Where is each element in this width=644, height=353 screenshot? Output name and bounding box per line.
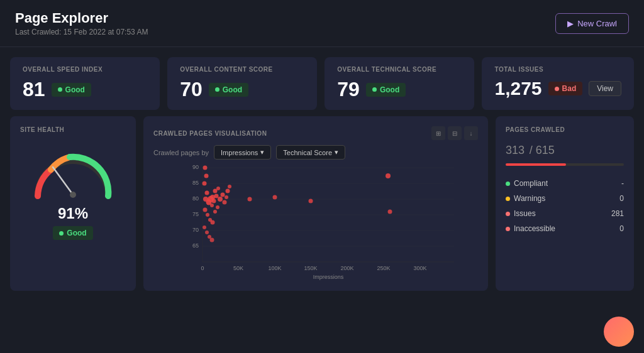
content-badge-label: Good	[223, 85, 242, 94]
pages-count-main: 313	[506, 144, 525, 156]
chart-card: CRAWLED PAGES VISUALISATION ⊞ ⊟ ↓ Crawle…	[143, 116, 488, 291]
impressions-label: Impressions	[221, 149, 258, 156]
speed-dot	[58, 87, 62, 92]
svg-point-1	[70, 192, 76, 198]
issues-value-row: 1,275 Bad View	[494, 78, 621, 99]
issues-value-stat: 281	[611, 209, 624, 218]
svg-text:150K: 150K	[304, 265, 317, 271]
site-health-card: SITE HEALTH 91% Good	[10, 116, 136, 291]
pages-crawled-label: PAGES CRAWLED	[506, 126, 624, 133]
svg-point-24	[203, 166, 208, 170]
warnings-label: Warnings	[514, 194, 545, 203]
chart-filter-row: Crawled pages by Impressions ▾ Technical…	[153, 145, 478, 160]
content-label: OVERALL CONTENT SCORE	[180, 66, 304, 73]
compliant-dot	[506, 182, 510, 186]
content-metric-card: OVERALL CONTENT SCORE 70 Good	[167, 57, 317, 110]
svg-text:250K: 250K	[377, 265, 390, 271]
content-badge: Good	[209, 83, 248, 97]
chart-icons: ⊞ ⊟ ↓	[431, 126, 478, 140]
metrics-row: OVERALL SPEED INDEX 81 Good OVERALL CONT…	[0, 47, 644, 116]
issues-metric-card: TOTAL ISSUES 1,275 Bad View	[482, 57, 634, 110]
site-health-badge: Good	[53, 226, 92, 240]
svg-point-50	[205, 231, 209, 234]
speed-metric-card: OVERALL SPEED INDEX 81 Good	[10, 57, 160, 110]
inaccessible-value: 0	[619, 224, 624, 233]
svg-point-49	[203, 225, 206, 229]
warnings-dot	[506, 197, 510, 201]
svg-point-33	[210, 204, 214, 207]
svg-point-36	[216, 187, 220, 190]
technical-metric-card: OVERALL TECHNICAL SCORE 79 Good	[325, 57, 474, 110]
issues-label-stat: Issues	[514, 209, 536, 218]
svg-text:75: 75	[192, 211, 199, 217]
scatter-area: 90 85 80 75 70 65 0 50K 100K 150K 200K 2	[153, 165, 478, 284]
technical-score-label: Technical Score	[283, 149, 332, 156]
new-crawl-label: New Crawl	[577, 19, 617, 28]
svg-text:100K: 100K	[268, 265, 281, 271]
svg-text:200K: 200K	[340, 265, 353, 271]
svg-point-26	[203, 182, 207, 186]
svg-point-43	[203, 208, 208, 212]
content-value-row: 70 Good	[180, 78, 304, 101]
pages-count-total: / 615	[530, 144, 555, 156]
issues-dot	[555, 87, 559, 91]
svg-line-0	[53, 167, 73, 195]
last-crawled: Last Crawled: 15 Feb 2022 at 07:53 AM	[15, 28, 148, 36]
pages-crawled-card: PAGES CRAWLED 313 / 615 Compliant - Warn…	[496, 116, 634, 291]
speed-badge: Good	[52, 83, 91, 97]
svg-point-48	[216, 205, 219, 209]
svg-point-56	[386, 173, 391, 178]
stat-warnings: Warnings 0	[506, 191, 624, 206]
new-crawl-button[interactable]: ▶ New Crawl	[555, 13, 629, 34]
technical-badge-label: Good	[380, 85, 399, 94]
svg-point-38	[221, 193, 225, 197]
grid-icon[interactable]: ⊞	[431, 126, 445, 140]
inaccessible-dot	[506, 227, 510, 231]
site-health-label: SITE HEALTH	[20, 126, 64, 133]
svg-point-54	[273, 195, 277, 200]
technical-value: 79	[337, 78, 360, 101]
chart-title: CRAWLED PAGES VISUALISATION	[153, 130, 267, 137]
content-dot	[215, 87, 219, 92]
svg-point-27	[205, 191, 209, 195]
pages-crawled-count: 313 / 615	[506, 138, 624, 158]
page-header: Page Explorer Last Crawled: 15 Feb 2022 …	[0, 0, 644, 47]
technical-value-row: 79 Good	[337, 78, 462, 101]
issues-label: TOTAL ISSUES	[494, 66, 621, 73]
issues-value: 1,275	[494, 78, 541, 99]
svg-point-41	[226, 189, 230, 193]
svg-text:65: 65	[192, 242, 199, 249]
chevron-down-icon: ▾	[260, 148, 264, 156]
speed-value: 81	[23, 78, 45, 101]
issues-dot-stat	[506, 212, 510, 216]
avatar[interactable]	[604, 317, 634, 347]
table-icon[interactable]: ⊟	[448, 126, 462, 140]
svg-text:90: 90	[192, 165, 199, 170]
svg-point-40	[225, 195, 228, 199]
impressions-dropdown[interactable]: Impressions ▾	[214, 145, 271, 160]
chart-header: CRAWLED PAGES VISUALISATION ⊞ ⊟ ↓	[153, 126, 478, 140]
svg-text:85: 85	[192, 180, 199, 186]
svg-point-46	[211, 220, 215, 225]
site-health-badge-label: Good	[67, 229, 86, 237]
scatter-chart: 90 85 80 75 70 65 0 50K 100K 150K 200K 2	[153, 165, 478, 281]
play-icon: ▶	[567, 19, 574, 28]
svg-point-37	[218, 197, 223, 202]
technical-dot	[372, 87, 377, 92]
gauge-wrapper	[29, 146, 117, 202]
technical-badge: Good	[366, 83, 406, 97]
export-icon[interactable]: ↓	[464, 126, 478, 140]
svg-point-52	[210, 238, 214, 242]
svg-point-55	[309, 199, 313, 204]
svg-point-32	[212, 199, 216, 204]
chevron-down-icon-2: ▾	[335, 148, 338, 156]
compliant-label: Compliant	[514, 179, 548, 188]
technical-score-dropdown[interactable]: Technical Score ▾	[276, 145, 345, 160]
pages-stats: Compliant - Warnings 0 Issues 281	[506, 176, 624, 236]
svg-point-44	[206, 213, 209, 217]
filter-label: Crawled pages by	[153, 149, 209, 156]
svg-text:80: 80	[192, 195, 199, 202]
svg-point-39	[223, 200, 227, 205]
stat-compliant: Compliant -	[506, 176, 624, 191]
view-issues-button[interactable]: View	[589, 81, 621, 96]
